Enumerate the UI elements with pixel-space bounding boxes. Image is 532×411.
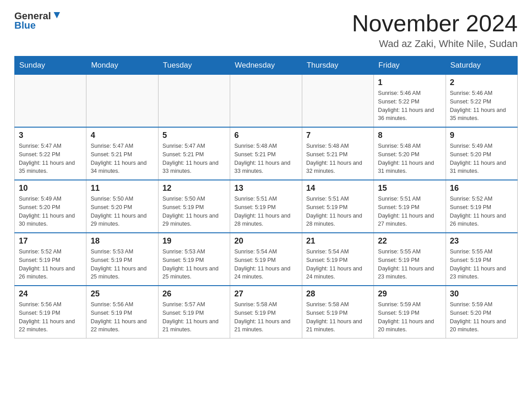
table-row: 4Sunrise: 5:47 AMSunset: 5:21 PMDaylight… (86, 127, 158, 180)
day-detail: Sunrise: 5:52 AMSunset: 5:19 PMDaylight:… (450, 195, 513, 228)
logo-line2: Blue (14, 20, 36, 31)
table-row: 18Sunrise: 5:53 AMSunset: 5:19 PMDayligh… (86, 233, 158, 286)
table-row: 5Sunrise: 5:47 AMSunset: 5:21 PMDaylight… (158, 127, 230, 180)
table-row: 21Sunrise: 5:54 AMSunset: 5:19 PMDayligh… (302, 233, 373, 286)
day-number: 14 (306, 184, 369, 193)
header-friday: Friday (374, 56, 446, 75)
day-detail: Sunrise: 5:50 AMSunset: 5:19 PMDaylight:… (163, 195, 226, 228)
table-row: 23Sunrise: 5:55 AMSunset: 5:19 PMDayligh… (446, 233, 517, 286)
day-number: 20 (234, 236, 297, 246)
day-number: 3 (19, 131, 82, 140)
table-row: 2Sunrise: 5:46 AMSunset: 5:22 PMDaylight… (446, 75, 517, 128)
day-detail: Sunrise: 5:54 AMSunset: 5:19 PMDaylight:… (234, 248, 297, 281)
day-detail: Sunrise: 5:59 AMSunset: 5:19 PMDaylight:… (378, 300, 441, 334)
day-number: 17 (19, 236, 82, 246)
table-row: 11Sunrise: 5:50 AMSunset: 5:20 PMDayligh… (86, 180, 158, 233)
table-row: 19Sunrise: 5:53 AMSunset: 5:19 PMDayligh… (158, 233, 230, 286)
day-detail: Sunrise: 5:57 AMSunset: 5:19 PMDaylight:… (163, 300, 226, 334)
day-number: 15 (378, 184, 441, 193)
logo: General Blue (14, 11, 62, 31)
day-detail: Sunrise: 5:55 AMSunset: 5:19 PMDaylight:… (450, 248, 513, 281)
day-detail: Sunrise: 5:58 AMSunset: 5:19 PMDaylight:… (306, 300, 369, 334)
calendar-header-row: Sunday Monday Tuesday Wednesday Thursday… (15, 56, 518, 75)
day-number: 12 (163, 184, 226, 193)
table-row (15, 75, 86, 128)
main-title: November 2024 (352, 11, 518, 36)
day-number: 11 (90, 184, 154, 193)
calendar-table: Sunday Monday Tuesday Wednesday Thursday… (14, 56, 518, 338)
title-area: November 2024 Wad az Zaki, White Nile, S… (352, 11, 518, 50)
table-row: 30Sunrise: 5:59 AMSunset: 5:20 PMDayligh… (446, 286, 517, 338)
day-number: 27 (234, 289, 297, 299)
day-number: 22 (378, 236, 441, 246)
table-row: 7Sunrise: 5:48 AMSunset: 5:21 PMDaylight… (302, 127, 373, 180)
header-tuesday: Tuesday (158, 56, 230, 75)
day-detail: Sunrise: 5:46 AMSunset: 5:22 PMDaylight:… (450, 89, 513, 123)
calendar-week-row: 1Sunrise: 5:46 AMSunset: 5:22 PMDaylight… (15, 75, 518, 128)
table-row: 22Sunrise: 5:55 AMSunset: 5:19 PMDayligh… (374, 233, 446, 286)
day-number: 13 (234, 184, 297, 193)
day-detail: Sunrise: 5:48 AMSunset: 5:21 PMDaylight:… (234, 142, 297, 176)
day-detail: Sunrise: 5:53 AMSunset: 5:19 PMDaylight:… (163, 248, 226, 281)
day-detail: Sunrise: 5:54 AMSunset: 5:19 PMDaylight:… (306, 248, 369, 281)
table-row: 14Sunrise: 5:51 AMSunset: 5:19 PMDayligh… (302, 180, 373, 233)
table-row: 10Sunrise: 5:49 AMSunset: 5:20 PMDayligh… (15, 180, 86, 233)
day-detail: Sunrise: 5:48 AMSunset: 5:21 PMDaylight:… (306, 142, 369, 176)
svg-marker-0 (54, 12, 60, 18)
table-row (230, 75, 302, 128)
table-row: 1Sunrise: 5:46 AMSunset: 5:22 PMDaylight… (374, 75, 446, 128)
header-sunday: Sunday (15, 56, 86, 75)
day-detail: Sunrise: 5:48 AMSunset: 5:20 PMDaylight:… (378, 142, 441, 176)
table-row: 29Sunrise: 5:59 AMSunset: 5:19 PMDayligh… (374, 286, 446, 338)
table-row: 3Sunrise: 5:47 AMSunset: 5:22 PMDaylight… (15, 127, 86, 180)
day-number: 7 (306, 131, 369, 140)
day-detail: Sunrise: 5:49 AMSunset: 5:20 PMDaylight:… (19, 195, 82, 228)
day-number: 23 (450, 236, 513, 246)
calendar-week-row: 3Sunrise: 5:47 AMSunset: 5:22 PMDaylight… (15, 127, 518, 180)
day-number: 18 (90, 236, 154, 246)
table-row: 12Sunrise: 5:50 AMSunset: 5:19 PMDayligh… (158, 180, 230, 233)
day-number: 29 (378, 289, 441, 299)
calendar-week-row: 10Sunrise: 5:49 AMSunset: 5:20 PMDayligh… (15, 180, 518, 233)
day-detail: Sunrise: 5:56 AMSunset: 5:19 PMDaylight:… (19, 300, 82, 334)
header-thursday: Thursday (302, 56, 373, 75)
table-row: 27Sunrise: 5:58 AMSunset: 5:19 PMDayligh… (230, 286, 302, 338)
day-detail: Sunrise: 5:47 AMSunset: 5:22 PMDaylight:… (19, 142, 82, 176)
day-detail: Sunrise: 5:52 AMSunset: 5:19 PMDaylight:… (19, 248, 82, 281)
page-header: General Blue November 2024 Wad az Zaki, … (14, 11, 518, 50)
day-number: 25 (90, 289, 154, 299)
day-detail: Sunrise: 5:49 AMSunset: 5:20 PMDaylight:… (450, 142, 513, 176)
day-number: 28 (306, 289, 369, 299)
day-number: 21 (306, 236, 369, 246)
day-number: 6 (234, 131, 297, 140)
day-number: 2 (450, 78, 513, 87)
day-number: 16 (450, 184, 513, 193)
table-row: 26Sunrise: 5:57 AMSunset: 5:19 PMDayligh… (158, 286, 230, 338)
table-row (158, 75, 230, 128)
day-number: 26 (163, 289, 226, 299)
table-row: 9Sunrise: 5:49 AMSunset: 5:20 PMDaylight… (446, 127, 517, 180)
table-row (302, 75, 373, 128)
header-saturday: Saturday (446, 56, 517, 75)
day-detail: Sunrise: 5:58 AMSunset: 5:19 PMDaylight:… (234, 300, 297, 334)
table-row: 20Sunrise: 5:54 AMSunset: 5:19 PMDayligh… (230, 233, 302, 286)
day-detail: Sunrise: 5:51 AMSunset: 5:19 PMDaylight:… (234, 195, 297, 228)
header-monday: Monday (86, 56, 158, 75)
day-detail: Sunrise: 5:50 AMSunset: 5:20 PMDaylight:… (90, 195, 154, 228)
table-row: 28Sunrise: 5:58 AMSunset: 5:19 PMDayligh… (302, 286, 373, 338)
day-number: 4 (90, 131, 154, 140)
day-detail: Sunrise: 5:53 AMSunset: 5:19 PMDaylight:… (90, 248, 154, 281)
day-detail: Sunrise: 5:47 AMSunset: 5:21 PMDaylight:… (163, 142, 226, 176)
day-number: 5 (163, 131, 226, 140)
day-number: 9 (450, 131, 513, 140)
subtitle: Wad az Zaki, White Nile, Sudan (352, 38, 518, 50)
table-row: 25Sunrise: 5:56 AMSunset: 5:19 PMDayligh… (86, 286, 158, 338)
logo-arrow-icon (52, 10, 62, 20)
day-detail: Sunrise: 5:47 AMSunset: 5:21 PMDaylight:… (90, 142, 154, 176)
table-row: 8Sunrise: 5:48 AMSunset: 5:20 PMDaylight… (374, 127, 446, 180)
day-detail: Sunrise: 5:46 AMSunset: 5:22 PMDaylight:… (378, 89, 441, 123)
table-row: 6Sunrise: 5:48 AMSunset: 5:21 PMDaylight… (230, 127, 302, 180)
day-number: 24 (19, 289, 82, 299)
header-wednesday: Wednesday (230, 56, 302, 75)
day-detail: Sunrise: 5:59 AMSunset: 5:20 PMDaylight:… (450, 300, 513, 334)
